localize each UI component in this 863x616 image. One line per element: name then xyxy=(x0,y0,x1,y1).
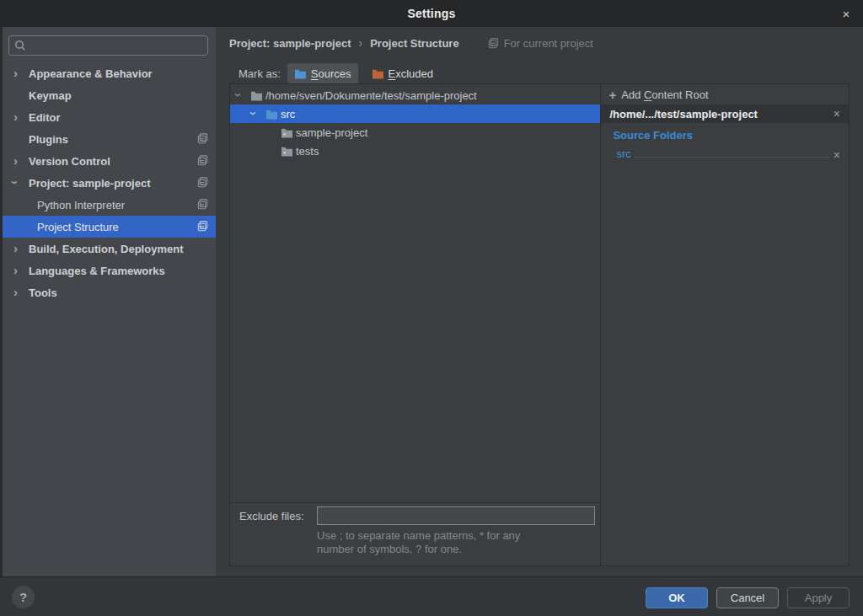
add-content-root-label: Add Content Root xyxy=(621,88,708,101)
settings-sidebar: Appearance & Behavior Keymap Editor Plug… xyxy=(3,27,216,576)
sidebar-item-label: Editor xyxy=(29,111,61,124)
sidebar-item-build-execution-deployment[interactable]: Build, Execution, Deployment xyxy=(3,238,216,260)
sidebar-item-label: Keymap xyxy=(29,89,72,102)
dotted-leader xyxy=(635,157,828,158)
chevron-down-icon[interactable] xyxy=(13,176,29,189)
tree-row-label: /home/sven/Dokumente/test/sample-project xyxy=(265,89,477,102)
settings-search-box[interactable] xyxy=(8,35,208,56)
scope-label: For current project xyxy=(504,37,593,50)
dialog-title: Settings xyxy=(408,7,456,20)
exclude-files-input[interactable] xyxy=(317,506,595,525)
project-scope-icon xyxy=(487,37,500,50)
sidebar-item-languages-frameworks[interactable]: Languages & Frameworks xyxy=(3,260,216,281)
question-mark-icon: ? xyxy=(19,590,27,604)
sidebar-item-python-interpreter[interactable]: Python Interpreter xyxy=(3,194,216,216)
search-input[interactable] xyxy=(30,40,202,52)
sidebar-item-appearance-behavior[interactable]: Appearance & Behavior xyxy=(3,62,216,84)
exclude-files-section: Exclude files: Use ; to separate name pa… xyxy=(230,502,600,565)
chevron-right-icon[interactable] xyxy=(13,67,29,79)
footer-buttons: OK Cancel Apply xyxy=(646,587,850,608)
chevron-spacer xyxy=(267,126,281,138)
sidebar-item-label: Version Control xyxy=(29,155,110,168)
remove-content-root-icon[interactable]: × xyxy=(832,107,842,121)
ok-button[interactable]: OK xyxy=(646,587,708,608)
project-scope-icon xyxy=(196,132,209,145)
mark-excluded-button[interactable]: Excluded xyxy=(365,63,440,83)
project-scope-icon xyxy=(196,154,209,167)
chevron-right-icon[interactable] xyxy=(13,154,29,167)
sidebar-item-editor[interactable]: Editor xyxy=(3,106,216,128)
dialog-footer: ? OK Cancel Apply xyxy=(0,576,863,616)
tree-row-content-root[interactable]: /home/sven/Dokumente/test/sample-project xyxy=(230,86,600,104)
settings-content: Project: sample-project › Project Struct… xyxy=(216,27,863,576)
help-button[interactable]: ? xyxy=(12,586,35,608)
content-tree-column: /home/sven/Dokumente/test/sample-project… xyxy=(230,84,600,565)
sidebar-item-label: Appearance & Behavior xyxy=(29,67,153,80)
project-scope-icon xyxy=(196,198,209,211)
sidebar-item-label: Build, Execution, Deployment xyxy=(29,243,183,255)
breadcrumb-project[interactable]: Project: sample-project xyxy=(229,37,351,50)
content-root-row[interactable]: /home/.../test/sample-project × xyxy=(601,104,849,123)
tree-row-src[interactable]: src xyxy=(230,104,600,123)
chevron-down-icon[interactable] xyxy=(252,107,265,120)
remove-source-folder-icon[interactable]: × xyxy=(832,148,842,162)
sidebar-item-label: Plugins xyxy=(29,133,68,146)
excluded-folder-icon xyxy=(372,68,384,79)
content-roots-panel: + Add Content Root /home/.../test/sample… xyxy=(600,84,849,565)
sidebar-item-label: Tools xyxy=(29,287,57,299)
chevron-down-icon[interactable] xyxy=(237,88,250,101)
breadcrumb: Project: sample-project › Project Struct… xyxy=(229,34,593,52)
folder-icon xyxy=(281,127,296,138)
tree-row-label: sample-project xyxy=(296,126,367,139)
sidebar-item-label: Project: sample-project xyxy=(29,177,151,190)
tree-row-label: tests xyxy=(296,145,319,158)
chevron-right-icon[interactable] xyxy=(13,286,29,298)
chevron-spacer xyxy=(13,88,29,101)
page-title: Project Structure xyxy=(370,37,458,50)
chevron-spacer xyxy=(22,220,37,233)
content-root-tree: /home/sven/Dokumente/test/sample-project… xyxy=(230,84,600,502)
breadcrumb-separator-icon: › xyxy=(359,36,363,50)
sidebar-item-project-structure[interactable]: Project Structure xyxy=(3,216,216,238)
sidebar-item-label: Python Interpreter xyxy=(37,199,125,212)
project-scope-icon xyxy=(196,220,209,233)
mark-as-label: Mark as: xyxy=(239,67,281,80)
exclude-hint-line1: Use ; to separate name patterns, * for a… xyxy=(317,529,520,543)
chevron-spacer xyxy=(22,198,37,211)
sidebar-item-keymap[interactable]: Keymap xyxy=(3,84,216,106)
folder-icon xyxy=(250,90,265,101)
mark-excluded-label: Excluded xyxy=(389,67,433,80)
mark-sources-button[interactable]: Sources xyxy=(287,63,358,83)
structure-panels: /home/sven/Dokumente/test/sample-project… xyxy=(229,83,850,566)
dialog-titlebar: Settings × xyxy=(0,0,863,27)
chevron-right-icon[interactable] xyxy=(13,242,29,254)
sidebar-item-version-control[interactable]: Version Control xyxy=(3,150,216,172)
chevron-right-icon[interactable] xyxy=(13,264,29,276)
search-icon xyxy=(14,40,26,51)
settings-nav: Appearance & Behavior Keymap Editor Plug… xyxy=(3,62,216,303)
sidebar-item-label: Project Structure xyxy=(37,221,119,233)
sidebar-item-plugins[interactable]: Plugins xyxy=(3,128,216,150)
content-root-path: /home/.../test/sample-project xyxy=(609,108,831,121)
mark-as-toolbar: Mark as: Sources Excluded xyxy=(239,63,440,83)
exclude-hint-line2: number of symbols, ? for one. xyxy=(317,543,462,556)
exclude-files-label: Exclude files: xyxy=(239,510,314,522)
chevron-spacer xyxy=(13,132,29,145)
apply-button[interactable]: Apply xyxy=(787,587,850,608)
scope-indicator: For current project xyxy=(487,37,593,50)
source-folder-item[interactable]: src × xyxy=(616,145,842,162)
chevron-right-icon[interactable] xyxy=(13,110,29,123)
tree-row-tests[interactable]: tests xyxy=(230,142,600,160)
sidebar-item-project-sample-project[interactable]: Project: sample-project xyxy=(3,172,216,194)
sidebar-item-tools[interactable]: Tools xyxy=(3,281,216,303)
source-folder-name: src xyxy=(616,147,630,162)
cancel-button[interactable]: Cancel xyxy=(716,587,779,608)
plus-icon: + xyxy=(608,88,616,102)
add-content-root-button[interactable]: + Add Content Root xyxy=(601,84,849,104)
folder-icon xyxy=(281,146,296,157)
mark-sources-label: Sources xyxy=(311,67,351,80)
tree-row-sample-project[interactable]: sample-project xyxy=(230,123,600,142)
source-folders-title: Source Folders xyxy=(613,129,693,142)
source-folder-icon xyxy=(265,109,281,120)
close-icon[interactable]: × xyxy=(838,5,855,22)
